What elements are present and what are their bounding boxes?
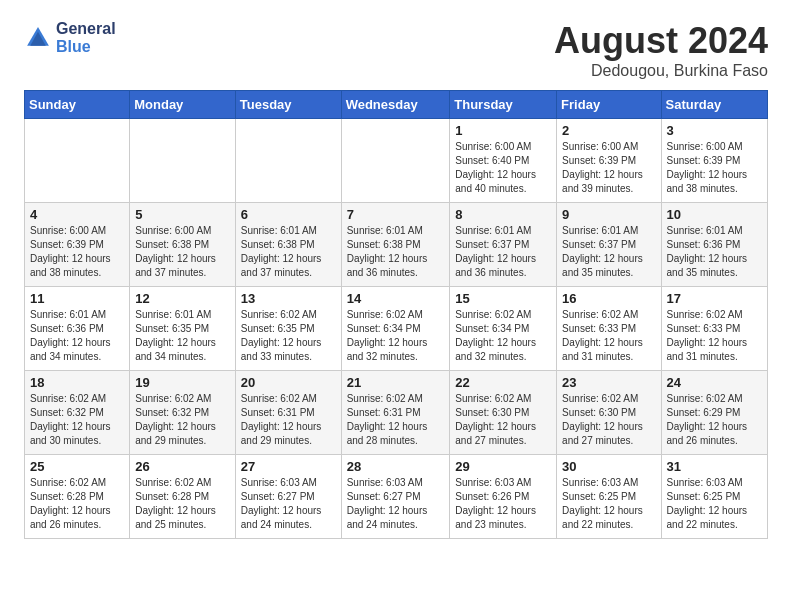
day-number: 8 bbox=[455, 207, 551, 222]
cell-info: Sunrise: 6:01 AMSunset: 6:36 PMDaylight:… bbox=[30, 308, 124, 364]
calendar-cell: 20Sunrise: 6:02 AMSunset: 6:31 PMDayligh… bbox=[235, 371, 341, 455]
cell-info: Sunrise: 6:00 AMSunset: 6:39 PMDaylight:… bbox=[30, 224, 124, 280]
day-number: 31 bbox=[667, 459, 762, 474]
calendar-cell: 3Sunrise: 6:00 AMSunset: 6:39 PMDaylight… bbox=[661, 119, 767, 203]
calendar-cell: 28Sunrise: 6:03 AMSunset: 6:27 PMDayligh… bbox=[341, 455, 450, 539]
calendar-cell: 16Sunrise: 6:02 AMSunset: 6:33 PMDayligh… bbox=[557, 287, 661, 371]
day-number: 11 bbox=[30, 291, 124, 306]
calendar-cell: 1Sunrise: 6:00 AMSunset: 6:40 PMDaylight… bbox=[450, 119, 557, 203]
day-number: 13 bbox=[241, 291, 336, 306]
cell-info: Sunrise: 6:03 AMSunset: 6:27 PMDaylight:… bbox=[347, 476, 445, 532]
cell-info: Sunrise: 6:02 AMSunset: 6:29 PMDaylight:… bbox=[667, 392, 762, 448]
calendar-cell: 6Sunrise: 6:01 AMSunset: 6:38 PMDaylight… bbox=[235, 203, 341, 287]
day-number: 21 bbox=[347, 375, 445, 390]
day-number: 3 bbox=[667, 123, 762, 138]
header-saturday: Saturday bbox=[661, 91, 767, 119]
calendar-cell: 15Sunrise: 6:02 AMSunset: 6:34 PMDayligh… bbox=[450, 287, 557, 371]
day-number: 14 bbox=[347, 291, 445, 306]
calendar-cell bbox=[25, 119, 130, 203]
cell-info: Sunrise: 6:00 AMSunset: 6:39 PMDaylight:… bbox=[667, 140, 762, 196]
title-block: August 2024 Dedougou, Burkina Faso bbox=[554, 20, 768, 80]
week-row-1: 1Sunrise: 6:00 AMSunset: 6:40 PMDaylight… bbox=[25, 119, 768, 203]
calendar-cell: 25Sunrise: 6:02 AMSunset: 6:28 PMDayligh… bbox=[25, 455, 130, 539]
cell-info: Sunrise: 6:03 AMSunset: 6:25 PMDaylight:… bbox=[562, 476, 655, 532]
header-friday: Friday bbox=[557, 91, 661, 119]
cell-info: Sunrise: 6:02 AMSunset: 6:33 PMDaylight:… bbox=[562, 308, 655, 364]
calendar-cell: 27Sunrise: 6:03 AMSunset: 6:27 PMDayligh… bbox=[235, 455, 341, 539]
calendar-cell: 5Sunrise: 6:00 AMSunset: 6:38 PMDaylight… bbox=[130, 203, 236, 287]
header-monday: Monday bbox=[130, 91, 236, 119]
cell-info: Sunrise: 6:02 AMSunset: 6:30 PMDaylight:… bbox=[455, 392, 551, 448]
cell-info: Sunrise: 6:01 AMSunset: 6:35 PMDaylight:… bbox=[135, 308, 230, 364]
calendar-cell: 18Sunrise: 6:02 AMSunset: 6:32 PMDayligh… bbox=[25, 371, 130, 455]
calendar-cell: 13Sunrise: 6:02 AMSunset: 6:35 PMDayligh… bbox=[235, 287, 341, 371]
cell-info: Sunrise: 6:01 AMSunset: 6:36 PMDaylight:… bbox=[667, 224, 762, 280]
cell-info: Sunrise: 6:01 AMSunset: 6:38 PMDaylight:… bbox=[241, 224, 336, 280]
week-row-3: 11Sunrise: 6:01 AMSunset: 6:36 PMDayligh… bbox=[25, 287, 768, 371]
cell-info: Sunrise: 6:02 AMSunset: 6:33 PMDaylight:… bbox=[667, 308, 762, 364]
cell-info: Sunrise: 6:00 AMSunset: 6:38 PMDaylight:… bbox=[135, 224, 230, 280]
day-number: 28 bbox=[347, 459, 445, 474]
logo: General Blue bbox=[24, 20, 116, 56]
day-number: 6 bbox=[241, 207, 336, 222]
calendar-cell: 14Sunrise: 6:02 AMSunset: 6:34 PMDayligh… bbox=[341, 287, 450, 371]
day-number: 5 bbox=[135, 207, 230, 222]
calendar-cell: 17Sunrise: 6:02 AMSunset: 6:33 PMDayligh… bbox=[661, 287, 767, 371]
cell-info: Sunrise: 6:01 AMSunset: 6:38 PMDaylight:… bbox=[347, 224, 445, 280]
calendar-cell: 19Sunrise: 6:02 AMSunset: 6:32 PMDayligh… bbox=[130, 371, 236, 455]
header-sunday: Sunday bbox=[25, 91, 130, 119]
day-number: 16 bbox=[562, 291, 655, 306]
calendar-cell: 11Sunrise: 6:01 AMSunset: 6:36 PMDayligh… bbox=[25, 287, 130, 371]
cell-info: Sunrise: 6:02 AMSunset: 6:32 PMDaylight:… bbox=[135, 392, 230, 448]
day-number: 30 bbox=[562, 459, 655, 474]
month-title: August 2024 bbox=[554, 20, 768, 62]
calendar-cell: 4Sunrise: 6:00 AMSunset: 6:39 PMDaylight… bbox=[25, 203, 130, 287]
calendar-cell: 7Sunrise: 6:01 AMSunset: 6:38 PMDaylight… bbox=[341, 203, 450, 287]
week-row-5: 25Sunrise: 6:02 AMSunset: 6:28 PMDayligh… bbox=[25, 455, 768, 539]
cell-info: Sunrise: 6:02 AMSunset: 6:30 PMDaylight:… bbox=[562, 392, 655, 448]
calendar-cell: 10Sunrise: 6:01 AMSunset: 6:36 PMDayligh… bbox=[661, 203, 767, 287]
logo-icon bbox=[24, 24, 52, 52]
header-wednesday: Wednesday bbox=[341, 91, 450, 119]
day-number: 17 bbox=[667, 291, 762, 306]
day-number: 24 bbox=[667, 375, 762, 390]
logo-text: General Blue bbox=[56, 20, 116, 56]
cell-info: Sunrise: 6:03 AMSunset: 6:27 PMDaylight:… bbox=[241, 476, 336, 532]
day-number: 20 bbox=[241, 375, 336, 390]
calendar: Sunday Monday Tuesday Wednesday Thursday… bbox=[24, 90, 768, 539]
cell-info: Sunrise: 6:02 AMSunset: 6:34 PMDaylight:… bbox=[455, 308, 551, 364]
cell-info: Sunrise: 6:00 AMSunset: 6:40 PMDaylight:… bbox=[455, 140, 551, 196]
cell-info: Sunrise: 6:02 AMSunset: 6:34 PMDaylight:… bbox=[347, 308, 445, 364]
calendar-cell: 12Sunrise: 6:01 AMSunset: 6:35 PMDayligh… bbox=[130, 287, 236, 371]
calendar-cell bbox=[130, 119, 236, 203]
calendar-cell bbox=[341, 119, 450, 203]
day-number: 10 bbox=[667, 207, 762, 222]
day-number: 23 bbox=[562, 375, 655, 390]
weekday-header-row: Sunday Monday Tuesday Wednesday Thursday… bbox=[25, 91, 768, 119]
calendar-cell: 21Sunrise: 6:02 AMSunset: 6:31 PMDayligh… bbox=[341, 371, 450, 455]
calendar-cell: 26Sunrise: 6:02 AMSunset: 6:28 PMDayligh… bbox=[130, 455, 236, 539]
calendar-cell: 24Sunrise: 6:02 AMSunset: 6:29 PMDayligh… bbox=[661, 371, 767, 455]
cell-info: Sunrise: 6:03 AMSunset: 6:26 PMDaylight:… bbox=[455, 476, 551, 532]
day-number: 2 bbox=[562, 123, 655, 138]
location: Dedougou, Burkina Faso bbox=[554, 62, 768, 80]
day-number: 27 bbox=[241, 459, 336, 474]
day-number: 1 bbox=[455, 123, 551, 138]
cell-info: Sunrise: 6:02 AMSunset: 6:31 PMDaylight:… bbox=[347, 392, 445, 448]
cell-info: Sunrise: 6:02 AMSunset: 6:28 PMDaylight:… bbox=[30, 476, 124, 532]
cell-info: Sunrise: 6:00 AMSunset: 6:39 PMDaylight:… bbox=[562, 140, 655, 196]
day-number: 4 bbox=[30, 207, 124, 222]
cell-info: Sunrise: 6:02 AMSunset: 6:35 PMDaylight:… bbox=[241, 308, 336, 364]
calendar-cell: 31Sunrise: 6:03 AMSunset: 6:25 PMDayligh… bbox=[661, 455, 767, 539]
week-row-4: 18Sunrise: 6:02 AMSunset: 6:32 PMDayligh… bbox=[25, 371, 768, 455]
calendar-cell: 30Sunrise: 6:03 AMSunset: 6:25 PMDayligh… bbox=[557, 455, 661, 539]
header-tuesday: Tuesday bbox=[235, 91, 341, 119]
cell-info: Sunrise: 6:02 AMSunset: 6:31 PMDaylight:… bbox=[241, 392, 336, 448]
calendar-cell: 8Sunrise: 6:01 AMSunset: 6:37 PMDaylight… bbox=[450, 203, 557, 287]
page: General Blue August 2024 Dedougou, Burki… bbox=[0, 0, 792, 559]
day-number: 15 bbox=[455, 291, 551, 306]
cell-info: Sunrise: 6:02 AMSunset: 6:28 PMDaylight:… bbox=[135, 476, 230, 532]
calendar-cell: 29Sunrise: 6:03 AMSunset: 6:26 PMDayligh… bbox=[450, 455, 557, 539]
header: General Blue August 2024 Dedougou, Burki… bbox=[24, 20, 768, 80]
day-number: 22 bbox=[455, 375, 551, 390]
